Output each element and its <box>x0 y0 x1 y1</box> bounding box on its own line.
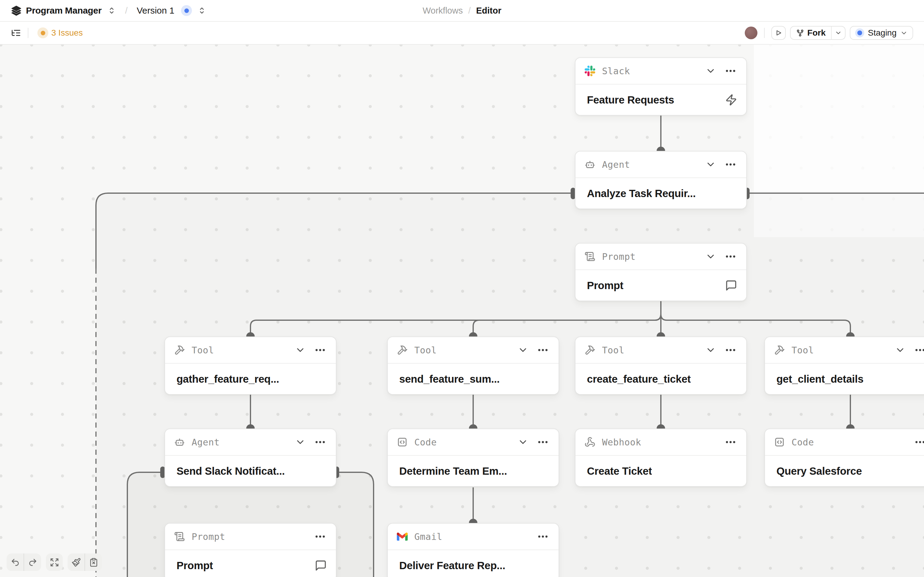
environment-label: Staging <box>868 28 897 38</box>
chevron-down-icon[interactable] <box>518 345 528 356</box>
more-icon[interactable] <box>913 437 924 448</box>
more-icon[interactable] <box>314 345 327 356</box>
fit-view-button[interactable] <box>46 553 63 571</box>
node-title: get_client_details <box>776 373 863 385</box>
node-tool-send[interactable]: Tool send_feature_sum... <box>387 337 559 395</box>
node-slack-trigger[interactable]: Slack Feature Requests <box>575 57 747 116</box>
node-body[interactable]: send_feature_sum... <box>388 364 559 394</box>
breadcrumb-editor[interactable]: Editor <box>476 6 502 16</box>
version-select-unfold-icon[interactable] <box>197 6 206 15</box>
more-icon[interactable] <box>724 66 737 76</box>
message-icon[interactable] <box>725 279 737 292</box>
node-body[interactable]: create_feature_ticket <box>575 364 746 394</box>
avatar[interactable] <box>745 27 757 39</box>
environment-selector[interactable]: Staging <box>850 26 913 40</box>
workflow-name[interactable]: Program Manager <box>26 5 102 16</box>
node-body[interactable]: Create Ticket <box>575 456 746 486</box>
chevron-down-icon[interactable] <box>705 345 716 356</box>
node-body[interactable]: Deliver Feature Rep... <box>388 550 559 577</box>
editor-toolbar: 3 Issues Fork Staging <box>0 22 924 45</box>
more-icon[interactable] <box>536 437 549 448</box>
more-icon[interactable] <box>724 345 737 356</box>
version-status-badge <box>181 5 192 16</box>
run-button[interactable] <box>771 26 786 40</box>
scroll-icon <box>584 251 596 262</box>
node-body[interactable]: Prompt <box>575 270 746 301</box>
node-type-label: Webhook <box>602 437 641 448</box>
node-title: Send Slack Notificat... <box>177 465 285 477</box>
node-agent-notify[interactable]: Agent Send Slack Notificat... <box>164 429 336 487</box>
more-icon[interactable] <box>724 251 737 262</box>
tidy-button[interactable] <box>68 553 84 571</box>
node-title: Determine Team Em... <box>399 465 507 477</box>
environment-status-dot <box>857 31 862 35</box>
webhook-icon <box>584 437 596 448</box>
more-icon[interactable] <box>724 437 737 448</box>
node-tool-create[interactable]: Tool create_feature_ticket <box>575 337 747 395</box>
node-prompt-main[interactable]: Prompt Prompt <box>575 243 747 301</box>
node-code-query[interactable]: Code Query Salesforce <box>765 429 924 487</box>
node-body[interactable]: get_client_details <box>765 364 924 394</box>
node-header: Tool <box>165 337 336 364</box>
node-body[interactable]: Determine Team Em... <box>388 456 559 486</box>
undo-button[interactable] <box>6 553 24 571</box>
breadcrumb-separator: / <box>468 6 471 16</box>
fork-dropdown-button[interactable] <box>831 27 845 39</box>
node-gmail-deliver[interactable]: Gmail Deliver Feature Rep... <box>387 523 559 577</box>
redo-button[interactable] <box>24 553 41 571</box>
node-type-label: Tool <box>792 345 814 356</box>
expand-icon <box>50 558 59 567</box>
more-icon[interactable] <box>536 345 549 356</box>
topbar-separator: / <box>125 5 128 16</box>
node-header: Prompt <box>165 524 336 550</box>
chevron-down-icon[interactable] <box>518 437 528 448</box>
chevron-down-icon[interactable] <box>295 345 306 356</box>
zap-icon[interactable] <box>725 94 737 106</box>
node-type-label: Code <box>792 437 814 448</box>
square-code-icon <box>397 437 408 448</box>
flow-canvas[interactable]: Slack Feature Requests Agent Analyze Tas… <box>0 45 924 577</box>
bot-icon <box>584 159 596 170</box>
bot-icon <box>174 437 185 448</box>
more-icon[interactable] <box>536 531 549 542</box>
node-agent-analyze[interactable]: Agent Analyze Task Requir... <box>575 151 747 209</box>
node-tool-gather[interactable]: Tool gather_feature_req... <box>164 337 336 395</box>
node-title: Query Salesforce <box>776 465 862 477</box>
node-body[interactable]: Analyze Task Requir... <box>575 178 746 208</box>
node-tool-get[interactable]: Tool get_client_details <box>765 337 924 395</box>
node-body[interactable]: gather_feature_req... <box>165 364 336 394</box>
hammer-icon <box>584 345 596 356</box>
node-code-determine[interactable]: Code Determine Team Em... <box>387 429 559 487</box>
breadcrumb-workflows[interactable]: Workflows <box>422 6 463 16</box>
list-tree-icon[interactable] <box>11 28 21 38</box>
workflow-select-unfold-icon[interactable] <box>107 6 116 15</box>
fork-button-main[interactable]: Fork <box>790 27 831 39</box>
toolbar-right-divider <box>764 28 765 38</box>
node-type-label: Agent <box>602 160 630 170</box>
more-icon[interactable] <box>724 159 737 170</box>
chevron-down-icon[interactable] <box>895 345 906 356</box>
node-body[interactable]: Prompt <box>165 550 336 577</box>
node-body[interactable]: Send Slack Notificat... <box>165 456 336 486</box>
more-icon[interactable] <box>913 345 924 356</box>
version-name[interactable]: Version 1 <box>137 5 174 16</box>
issues-button[interactable]: 3 Issues <box>35 27 83 38</box>
chevron-down-icon[interactable] <box>705 159 716 170</box>
node-prompt-notify[interactable]: Prompt Prompt <box>164 523 336 577</box>
more-icon[interactable] <box>314 437 327 448</box>
node-webhook-ticket[interactable]: Webhook Create Ticket <box>575 429 747 487</box>
chevron-down-icon[interactable] <box>295 437 306 448</box>
node-body[interactable]: Feature Requests <box>575 84 746 115</box>
chevron-down-icon <box>835 29 842 37</box>
play-icon <box>774 29 782 37</box>
square-code-icon <box>774 437 785 448</box>
clear-button[interactable] <box>85 553 102 571</box>
message-icon[interactable] <box>315 559 327 572</box>
more-icon[interactable] <box>314 531 327 542</box>
node-body[interactable]: Query Salesforce <box>765 456 924 486</box>
chevron-down-icon[interactable] <box>705 66 716 76</box>
slack-icon <box>584 66 596 76</box>
chevron-down-icon[interactable] <box>705 251 716 262</box>
fork-button[interactable]: Fork <box>790 26 845 40</box>
breadcrumb: Workflows / Editor <box>422 6 501 16</box>
